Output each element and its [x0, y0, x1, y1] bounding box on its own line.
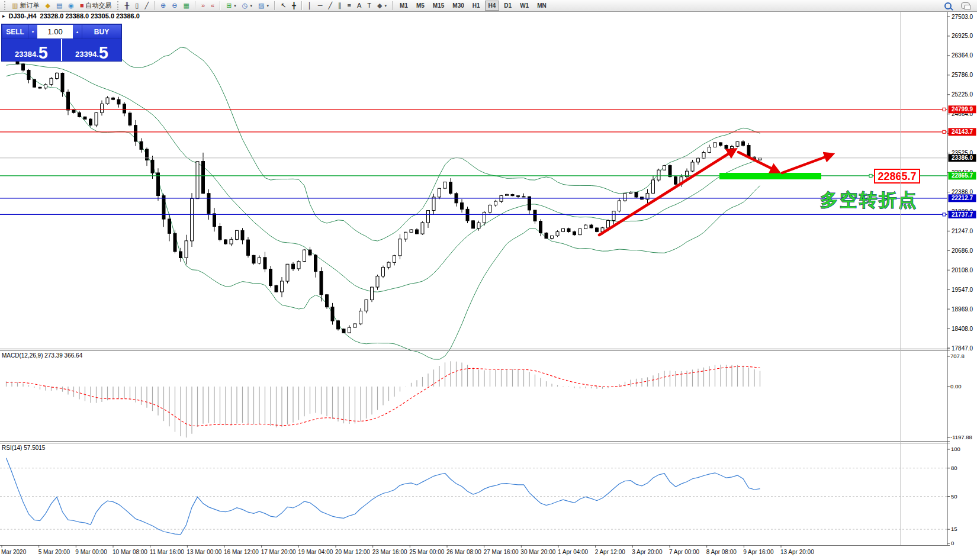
trend-arrow[interactable] [782, 155, 832, 173]
one-click-trading-panel: SELL ▾ ▴ BUY 23384.5 23394.5 [1, 24, 122, 62]
line-handle[interactable] [943, 213, 946, 216]
chart-canvas[interactable]: 22865.7多空转折点MACD(12,26,9) 273.39 366.64R… [0, 12, 977, 560]
candle [528, 197, 531, 210]
auto-scroll-button[interactable]: » [199, 0, 207, 11]
candle [72, 110, 75, 112]
profiles-icon: ◷ [242, 2, 248, 9]
pane-label: 707.8 [950, 353, 965, 359]
time-label: 19 Mar 04:00 [298, 549, 333, 555]
charts-window-button[interactable]: ▤ [54, 0, 65, 11]
bars-mode-button[interactable]: ╫ [123, 0, 132, 11]
trend-arrow[interactable] [738, 152, 778, 172]
pane-separator[interactable] [0, 349, 950, 349]
sell-button[interactable]: SELL [2, 24, 28, 39]
trendline-button[interactable]: ╱ [326, 0, 335, 11]
candle [275, 285, 278, 292]
volume-input[interactable] [37, 25, 73, 38]
new-order-button[interactable]: ▥新订单 [9, 0, 41, 11]
candle [663, 166, 666, 170]
horizontal-line-button[interactable]: ─ [316, 0, 325, 11]
line-handle[interactable] [943, 108, 946, 111]
candle [44, 85, 47, 88]
timeframe-m15-button[interactable]: M15 [429, 1, 448, 11]
toolbar: ▥新订单◆▤◉■自动交易╫▯╱⊕⊖▦»«⊞▾◷▾▨▾↖╋│─╱∥≡AT◆▾M1M… [0, 0, 977, 12]
pane-label: 0.00 [950, 383, 962, 390]
pane-label: 26364.0 [952, 52, 973, 59]
candle [22, 64, 25, 70]
time-label: 3 Apr 20:00 [632, 549, 663, 555]
buy-button[interactable]: BUY [82, 24, 121, 39]
chevron-down-icon: ▾ [385, 4, 387, 8]
timeframe-mn-button[interactable]: MN [534, 1, 550, 11]
volume-increment-button[interactable]: ▴ [73, 25, 82, 38]
candle [483, 212, 486, 223]
chart-shift-button[interactable]: « [208, 0, 217, 11]
timeframe-m1-button[interactable]: M1 [396, 1, 412, 11]
label-button[interactable]: T [365, 0, 374, 11]
text-button[interactable]: A [355, 0, 364, 11]
timeframe-m30-button[interactable]: M30 [449, 1, 467, 11]
candle [162, 196, 165, 220]
line-mode-button[interactable]: ╱ [142, 0, 151, 11]
channel-button[interactable]: ∥ [336, 0, 344, 11]
zoom-out-button[interactable]: ⊖ [169, 0, 179, 11]
tile-windows-icon: ▦ [183, 2, 189, 9]
pane-label: -1197.88 [950, 434, 972, 440]
candle [263, 258, 266, 269]
time-label: 9 Apr 16:00 [743, 549, 774, 555]
chevron-down-icon: ▾ [234, 4, 236, 8]
vertical-line-button[interactable]: │ [306, 0, 314, 11]
candle [140, 141, 143, 149]
time-label: 30 Mar 20:00 [520, 549, 555, 555]
line-handle[interactable] [943, 130, 946, 133]
channel-icon: ∥ [338, 2, 342, 9]
candle [292, 264, 295, 269]
fibonacci-button[interactable]: ≡ [345, 0, 353, 11]
candle [320, 272, 323, 295]
pane-separator[interactable] [0, 441, 950, 442]
pane-separator[interactable] [0, 545, 950, 546]
pane-separator[interactable] [0, 443, 950, 443]
timeframe-h1-button[interactable]: H1 [469, 1, 484, 11]
candle [714, 143, 716, 147]
search-icon[interactable] [944, 2, 952, 9]
crosshair-button[interactable]: ╋ [290, 0, 298, 11]
zoom-in-button[interactable]: ⊕ [158, 0, 168, 11]
timeframe-d1-button[interactable]: D1 [500, 1, 515, 11]
tile-windows-button[interactable]: ▦ [181, 0, 191, 11]
candle [635, 192, 638, 197]
candles-mode-button[interactable]: ▯ [133, 0, 141, 11]
symbol-marker-icon: ▸ [2, 13, 5, 19]
time-label: Mar 2020 [1, 549, 27, 555]
timeframe-m5-button[interactable]: M5 [413, 1, 428, 11]
toolbar-separator [392, 1, 393, 10]
time-label: 25 Mar 00:00 [409, 549, 444, 555]
candle [596, 228, 599, 231]
candle [236, 230, 239, 239]
templates-button[interactable]: ▨▾ [256, 0, 271, 11]
arrows-button[interactable]: ◆▾ [375, 0, 389, 11]
pane-separator[interactable] [0, 350, 950, 351]
signals-button[interactable]: ◉ [66, 0, 76, 11]
volume-decrement-button[interactable]: ▾ [28, 25, 37, 38]
market-watch-button[interactable]: ◆ [43, 0, 52, 11]
new-chart-button[interactable]: ⊞▾ [224, 0, 239, 11]
candle [56, 73, 59, 78]
chart-shift-icon: « [211, 2, 214, 9]
timeframe-h4-button[interactable]: H4 [485, 1, 500, 11]
cursor-button[interactable]: ↖ [278, 0, 288, 11]
candle [393, 256, 396, 263]
profiles-button[interactable]: ◷▾ [240, 0, 255, 11]
autotrade-button[interactable]: ■自动交易 [78, 0, 114, 11]
candle [191, 198, 194, 240]
chat-icon[interactable] [961, 2, 970, 9]
pane-label: 15 [951, 526, 957, 532]
candle [562, 228, 565, 231]
candle [736, 141, 739, 146]
timeframe-w1-button[interactable]: W1 [516, 1, 532, 11]
turning-point-text[interactable]: 多空转折点 [820, 190, 918, 210]
support-zone[interactable] [719, 173, 821, 179]
charts-window-icon: ▤ [56, 2, 62, 9]
line-handle[interactable] [869, 174, 872, 177]
pane-label: 25786.0 [952, 72, 973, 78]
